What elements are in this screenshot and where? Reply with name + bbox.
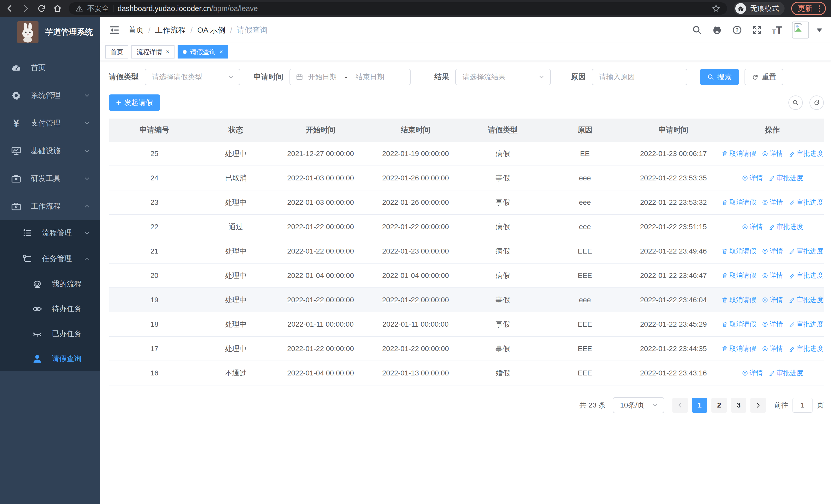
tab-process-detail[interactable]: 流程详情×	[132, 45, 174, 59]
end-date-placeholder[interactable]: 结束日期	[355, 72, 384, 82]
github-icon[interactable]	[712, 25, 722, 35]
search-icon[interactable]	[692, 25, 702, 35]
sidebar-item-leave-query[interactable]: 请假查询	[0, 346, 100, 371]
progress-link[interactable]: 审批进度	[789, 295, 823, 304]
cancel-leave-link[interactable]: 取消请假	[721, 149, 756, 158]
url-bar[interactable]: 不安全 dashboard.yudao.iocoder.cn/bpm/oa/le…	[69, 2, 727, 14]
leave-table: 申请编号 状态 开始时间 结束时间 请假类型 原因 申请时间 操作 25处理中2…	[109, 119, 824, 385]
cell-apply-time: 2022-01-22 23:44:35	[626, 337, 721, 360]
next-page-button[interactable]	[750, 398, 766, 413]
breadcrumb-workflow[interactable]: 工作流程	[155, 25, 186, 35]
result-select[interactable]: 请选择流结果	[455, 69, 551, 85]
sidebar-fold-icon[interactable]	[109, 24, 120, 36]
search-button[interactable]: 搜索	[700, 69, 739, 85]
detail-link[interactable]: 详情	[762, 149, 783, 158]
url-text[interactable]: dashboard.yudao.iocoder.cn/bpm/oa/leave	[118, 4, 258, 13]
cell-end-time: 2022-01-23 00:00:00	[369, 239, 462, 263]
progress-link[interactable]: 审批进度	[789, 198, 823, 207]
cancel-leave-link[interactable]: 取消请假	[721, 344, 756, 353]
home-icon[interactable]	[53, 4, 62, 13]
cell-end-time: 2022-01-11 00:00:00	[369, 312, 462, 336]
goto-page-input[interactable]	[793, 398, 812, 413]
leave-type-select[interactable]: 请选择请假类型	[145, 69, 240, 85]
page-button-1[interactable]: 1	[692, 398, 707, 413]
detail-link[interactable]: 详情	[742, 174, 763, 182]
prev-page-button[interactable]	[672, 398, 688, 413]
incognito-badge[interactable]: 无痕模式	[734, 2, 784, 15]
detail-link[interactable]: 详情	[762, 295, 783, 304]
forward-arrow-icon[interactable]	[21, 4, 30, 13]
progress-link[interactable]: 审批进度	[789, 149, 823, 158]
page-size-select[interactable]: 10条/页	[613, 397, 664, 413]
reset-button[interactable]: 重置	[745, 69, 783, 85]
cancel-leave-link[interactable]: 取消请假	[721, 198, 756, 207]
help-icon[interactable]: ?	[732, 25, 742, 35]
page-button-2[interactable]: 2	[711, 398, 727, 413]
cancel-leave-link[interactable]: 取消请假	[721, 320, 756, 329]
cell-apply-time: 2022-01-22 23:53:35	[626, 166, 721, 190]
table-row: 21处理中2022-01-22 00:00:002022-01-23 00:00…	[109, 239, 824, 264]
close-icon[interactable]: ×	[220, 49, 223, 55]
tab-home[interactable]: 首页	[105, 45, 128, 59]
sidebar-item-devtools[interactable]: 研发工具	[0, 165, 100, 192]
fullscreen-icon[interactable]	[752, 25, 762, 35]
progress-link[interactable]: 审批进度	[769, 222, 803, 231]
col-id: 申请编号	[109, 119, 200, 142]
detail-link[interactable]: 详情	[742, 368, 763, 378]
chevron-down-icon	[83, 229, 91, 237]
caret-down-icon[interactable]	[816, 28, 822, 32]
apply-time-range-picker[interactable]: 开始日期 - 结束日期	[289, 69, 411, 85]
cancel-leave-link[interactable]: 取消请假	[721, 271, 756, 280]
sidebar-item-infra[interactable]: 基础设施	[0, 137, 100, 165]
security-label[interactable]: 不安全	[87, 4, 109, 13]
sidebar-item-process-mgmt[interactable]: 流程管理	[0, 220, 100, 246]
breadcrumb-home[interactable]: 首页	[128, 25, 144, 35]
refresh-button[interactable]	[809, 95, 824, 110]
reload-icon[interactable]	[37, 4, 46, 13]
sidebar-item-workflow[interactable]: 工作流程	[0, 192, 100, 220]
sidebar-item-system[interactable]: 系统管理	[0, 82, 100, 109]
cell-id: 17	[109, 337, 200, 360]
progress-link[interactable]: 审批进度	[769, 174, 803, 182]
sidebar-item-home[interactable]: 首页	[0, 54, 100, 82]
detail-link[interactable]: 详情	[762, 320, 783, 329]
star-icon[interactable]	[712, 4, 720, 13]
progress-link[interactable]: 审批进度	[789, 344, 823, 353]
font-size-icon[interactable]: TT	[772, 25, 782, 35]
progress-link[interactable]: 审批进度	[789, 271, 823, 280]
more-vert-icon[interactable]	[818, 5, 821, 12]
detail-link[interactable]: 详情	[762, 271, 783, 280]
app-logo[interactable]: 芋道管理系统	[0, 17, 100, 47]
cell-id: 18	[109, 312, 200, 336]
cell-reason: EE	[544, 142, 626, 166]
create-leave-button[interactable]: + 发起请假	[109, 94, 160, 111]
sidebar-item-payment[interactable]: ¥ 支付管理	[0, 109, 100, 137]
table-row: 24已取消2022-01-03 00:00:002022-01-26 00:00…	[109, 166, 824, 190]
progress-link[interactable]: 审批进度	[789, 320, 823, 329]
sidebar-item-task-mgmt[interactable]: 任务管理	[0, 246, 100, 271]
avatar[interactable]	[792, 22, 809, 38]
breadcrumb-oa[interactable]: OA 示例	[197, 25, 226, 35]
reason-input[interactable]: 请输入原因	[592, 69, 687, 85]
tab-leave-query[interactable]: 请假查询×	[178, 45, 228, 59]
sidebar-item-my-process[interactable]: 我的流程	[0, 271, 100, 296]
table-header: 申请编号 状态 开始时间 结束时间 请假类型 原因 申请时间 操作	[109, 119, 824, 142]
start-date-placeholder[interactable]: 开始日期	[308, 72, 337, 82]
cancel-leave-link[interactable]: 取消请假	[721, 295, 756, 304]
sidebar-item-todo-tasks[interactable]: 待办任务	[0, 296, 100, 321]
close-icon[interactable]: ×	[166, 49, 169, 55]
detail-link[interactable]: 详情	[762, 344, 783, 353]
cancel-leave-link[interactable]: 取消请假	[721, 247, 756, 256]
sidebar-item-done-tasks[interactable]: 已办任务	[0, 321, 100, 346]
search-toggle-button[interactable]	[789, 95, 803, 110]
leave-type-label: 请假类型	[109, 72, 139, 82]
detail-link[interactable]: 详情	[742, 222, 763, 231]
cell-apply-time: 2022-01-22 23:45:29	[626, 312, 721, 336]
progress-link[interactable]: 审批进度	[769, 368, 803, 378]
detail-link[interactable]: 详情	[762, 247, 783, 256]
back-arrow-icon[interactable]	[5, 4, 15, 13]
page-button-3[interactable]: 3	[731, 398, 746, 413]
progress-link[interactable]: 审批进度	[789, 247, 823, 256]
detail-link[interactable]: 详情	[762, 198, 783, 207]
update-button[interactable]: 更新	[791, 2, 826, 15]
